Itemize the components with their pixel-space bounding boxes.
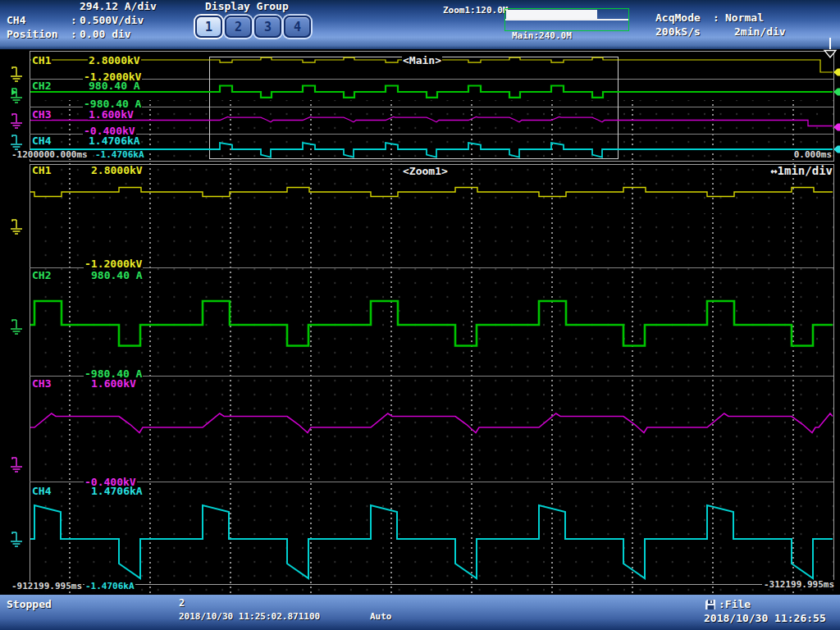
ground-marker-main-ch1[interactable] xyxy=(11,67,22,81)
trace-zoom-ch4 xyxy=(30,505,833,578)
zoom-indicator-divider xyxy=(505,19,628,21)
ground-marker-zoom-ch3[interactable] xyxy=(11,458,22,472)
trace-main-ch2 xyxy=(30,86,833,98)
display-group-title: Display Group xyxy=(205,1,289,12)
ch4-readout-sep: : xyxy=(71,15,77,26)
acqmode-sep: : xyxy=(713,12,719,24)
zoom1-window-region[interactable] xyxy=(506,10,597,19)
history-number: 2 xyxy=(179,598,185,608)
file-menu-label[interactable]: :File xyxy=(719,599,751,610)
zoom1-length-label: Zoom1:120.0M xyxy=(443,6,508,16)
display-group-button-2[interactable]: 2 xyxy=(225,16,252,38)
position-sep: : xyxy=(71,29,77,40)
trace-main-ch3 xyxy=(30,116,833,126)
ch4-volt-scale: 0.500V/div xyxy=(80,15,144,26)
trace-main-ch4 xyxy=(30,143,833,158)
zoom-position-indicator[interactable] xyxy=(504,8,629,31)
trace-zoom-ch1 xyxy=(30,188,833,197)
main-length-label: Main:240.0M xyxy=(512,31,572,41)
ch4-readout-label: CH4 xyxy=(7,15,25,26)
scope-svg-layer xyxy=(0,49,840,595)
position-label: Position xyxy=(7,29,58,40)
ground-marker-zoom-ch1[interactable] xyxy=(11,220,22,234)
zoom-strip-frame xyxy=(30,164,833,584)
main-strip-frame xyxy=(30,51,833,161)
acq-timestamp: 2018/10/30 11:25:02.871100 xyxy=(179,612,320,622)
top-bar: 294.12 A/div CH4 : 0.500V/div Position :… xyxy=(0,0,840,49)
trace-zoom-ch3 xyxy=(30,413,833,433)
trigger-position-marker[interactable] xyxy=(824,51,836,58)
channel-position-tag-ch3[interactable] xyxy=(833,124,840,131)
position-value: 0.00 div xyxy=(80,29,131,40)
trigger-mode: Auto xyxy=(370,612,392,622)
channel-position-tag-ch2[interactable] xyxy=(833,89,840,96)
acqmode-label: AcqMode xyxy=(655,12,701,24)
clock: 2018/10/30 11:26:55 xyxy=(704,613,826,624)
status-bar: Stopped 2 2018/10/30 11:25:02.871100 Aut… xyxy=(0,595,840,630)
display-group-buttons: 1 2 3 4 xyxy=(195,16,311,38)
ground-marker-zoom-ch4[interactable] xyxy=(11,532,22,546)
acqmode-value: Normal xyxy=(725,12,764,24)
ch4-current-scale: 294.12 A/div xyxy=(80,1,157,12)
acq-state: Stopped xyxy=(7,599,52,610)
ground-marker-main-ch3[interactable] xyxy=(11,114,22,128)
ground-marker-zoom-ch2[interactable] xyxy=(11,320,22,334)
sample-rate: 200kS/s xyxy=(655,26,701,38)
channel-position-tag-ch4[interactable] xyxy=(833,146,840,153)
display-group-button-3[interactable]: 3 xyxy=(254,16,281,38)
display-group-button-4[interactable]: 4 xyxy=(284,16,311,38)
trace-zoom-ch2 xyxy=(30,301,833,346)
display-group-button-1[interactable]: 1 xyxy=(195,16,222,38)
trigger-position-stem xyxy=(829,38,831,49)
channel-position-tag-ch1[interactable] xyxy=(833,69,840,76)
trace-main-ch1 xyxy=(30,57,833,72)
ground-marker-main-ch4[interactable] xyxy=(11,135,22,149)
oscilloscope-screen: 294.12 A/div CH4 : 0.500V/div Position :… xyxy=(0,0,840,630)
main-timebase: 2min/div xyxy=(734,26,786,38)
